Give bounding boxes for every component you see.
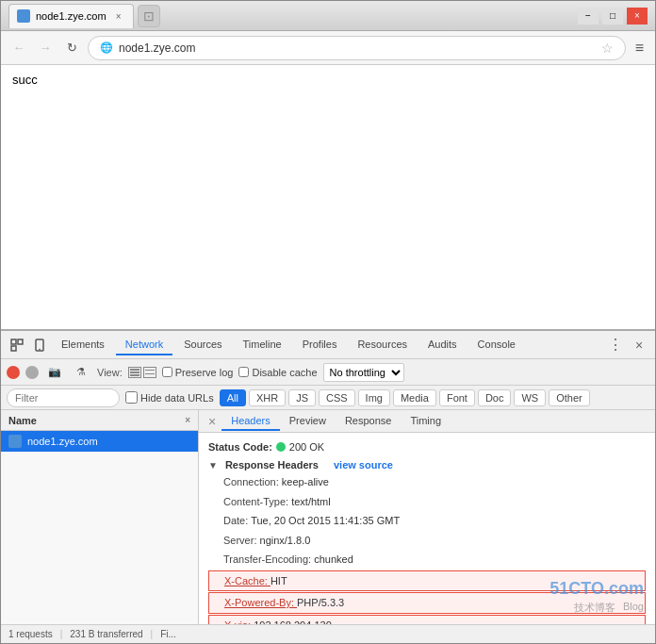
back-button[interactable]: ← [8, 38, 29, 58]
requests-panel: Name × node1.zye.com [1, 410, 199, 624]
tab-resources[interactable]: Resources [348, 335, 417, 355]
section-arrow: ▼ [208, 460, 218, 471]
window-controls: − □ × [578, 8, 648, 25]
clear-button[interactable] [25, 366, 39, 379]
menu-button[interactable]: ≡ [631, 40, 648, 57]
bookmark-icon[interactable]: ☆ [601, 41, 614, 56]
tab-network[interactable]: Network [116, 335, 172, 355]
request-item-name: node1.zye.com [27, 436, 190, 447]
header-x-via: X-via: 192.168.204.130 [208, 615, 646, 625]
watermark-line2: Blog [623, 601, 644, 615]
filter-ws-button[interactable]: WS [514, 389, 546, 406]
tab-console[interactable]: Console [468, 335, 525, 355]
close-button[interactable]: × [627, 8, 648, 25]
lock-icon: 🌐 [100, 41, 113, 54]
filter-status: Fi... [160, 629, 176, 639]
filter-input[interactable] [7, 388, 120, 407]
filter-doc-button[interactable]: Doc [478, 389, 512, 406]
details-tab-response[interactable]: Response [336, 412, 402, 431]
devtools-close-button[interactable]: × [629, 335, 649, 355]
tab-elements[interactable]: Elements [52, 335, 114, 355]
tab-sources[interactable]: Sources [174, 335, 231, 355]
disable-cache-checkbox-group[interactable]: Disable cache [238, 367, 317, 378]
address-bar[interactable]: 🌐 node1.zye.com ☆ [88, 36, 626, 60]
header-server: Server: nginx/1.8.0 [208, 531, 646, 551]
page-content: succ [1, 65, 655, 329]
filter-js-button[interactable]: JS [288, 389, 316, 406]
details-panel-close[interactable]: × [203, 414, 221, 429]
preserve-log-checkbox-group[interactable]: Preserve log [162, 367, 234, 378]
name-column-header: Name [8, 415, 37, 426]
filter-font-button[interactable]: Font [439, 389, 475, 406]
title-bar: node1.zye.com × ⊡ − □ × [1, 1, 655, 31]
header-connection-value: keep-alive [282, 476, 329, 487]
filter-type-buttons: All XHR JS CSS Img Media Font Doc WS Oth… [220, 389, 590, 406]
minimize-button[interactable]: − [578, 8, 599, 25]
filter-media-button[interactable]: Media [393, 389, 436, 406]
details-tab-headers[interactable]: Headers [221, 412, 280, 431]
header-date-name: Date: [223, 515, 251, 526]
filter-css-button[interactable]: CSS [319, 389, 355, 406]
view-label: View: [97, 367, 123, 378]
tab-audits[interactable]: Audits [418, 335, 467, 355]
header-server-name: Server: [223, 535, 260, 546]
disable-cache-checkbox[interactable] [238, 367, 249, 377]
tab-timeline[interactable]: Timeline [234, 335, 291, 355]
filter-xhr-button[interactable]: XHR [249, 389, 286, 406]
maximize-button[interactable]: □ [602, 8, 623, 25]
header-content-type: Content-Type: text/html [208, 492, 646, 512]
tab-close-button[interactable]: × [112, 9, 125, 23]
record-button[interactable] [7, 366, 20, 379]
status-code-value: 200 OK [289, 441, 324, 453]
filter-img-button[interactable]: Img [358, 389, 390, 406]
reload-button[interactable]: ↻ [61, 38, 82, 58]
tab-favicon [17, 9, 30, 23]
devtools-more-button[interactable]: ⋮ [604, 336, 627, 354]
forward-button[interactable]: → [35, 38, 56, 58]
header-connection-name: Connection: [223, 476, 282, 487]
header-transfer-encoding-name: Transfer-Encoding: [223, 553, 314, 565]
hide-data-urls-label: Hide data URLs [140, 392, 214, 404]
header-date-value: Tue, 20 Oct 2015 11:41:35 GMT [251, 515, 400, 526]
details-tab-timing[interactable]: Timing [401, 412, 451, 431]
camera-button[interactable]: 📷 [44, 362, 65, 383]
disable-cache-label: Disable cache [252, 367, 317, 378]
view-source-link[interactable]: view source [334, 459, 393, 471]
details-tab-bar: × Headers Preview Response Timing [199, 410, 655, 433]
requests-count: 1 requests [8, 629, 53, 639]
svg-rect-1 [18, 339, 23, 344]
new-tab-button[interactable]: ⊡ [138, 5, 160, 27]
status-line: Status Code: 200 OK [208, 438, 646, 455]
details-tab-preview[interactable]: Preview [280, 412, 336, 431]
response-headers-title: Response Headers [225, 459, 319, 471]
preserve-log-checkbox[interactable] [162, 367, 172, 377]
throttle-select[interactable]: No throttling [323, 363, 404, 382]
hide-data-urls-group[interactable]: Hide data URLs [125, 391, 214, 404]
filter-other-button[interactable]: Other [549, 389, 590, 406]
requests-name-header: Name × [1, 410, 198, 431]
filter-button[interactable]: ⚗ [71, 362, 91, 383]
browser-tab[interactable]: node1.zye.com × [8, 4, 134, 28]
devtools-tab-bar: Elements Network Sources Timeline Profil… [1, 331, 655, 359]
response-headers-section[interactable]: ▼ Response Headers view source [208, 455, 646, 472]
filter-all-button[interactable]: All [220, 389, 246, 406]
svg-point-4 [39, 348, 41, 350]
tab-profiles[interactable]: Profiles [293, 335, 347, 355]
request-item-0[interactable]: node1.zye.com [1, 431, 198, 452]
header-x-powered-by-name: X-Powered-By: [224, 597, 297, 608]
svg-rect-0 [11, 339, 16, 344]
devtools-mobile-button[interactable] [29, 335, 50, 355]
watermark: 51CTO.com 技术博客 Blog [549, 579, 644, 615]
header-server-value: nginx/1.8.0 [260, 535, 311, 546]
page-text: succ [12, 73, 38, 87]
nav-bar: ← → ↻ 🌐 node1.zye.com ☆ ≡ [1, 31, 655, 65]
devtools-inspect-button[interactable] [7, 335, 27, 355]
status-label: Status Code: [208, 441, 272, 453]
view-icons [128, 367, 156, 378]
header-transfer-encoding: Transfer-Encoding: chunked [208, 550, 646, 570]
watermark-logo: 51CTO.com [549, 579, 644, 599]
hide-data-urls-checkbox[interactable] [125, 391, 138, 404]
transferred-size: 231 B transferred [70, 629, 142, 639]
devtools-filter-bar: Hide data URLs All XHR JS CSS Img Media … [1, 386, 655, 410]
status-green-dot [276, 442, 286, 452]
